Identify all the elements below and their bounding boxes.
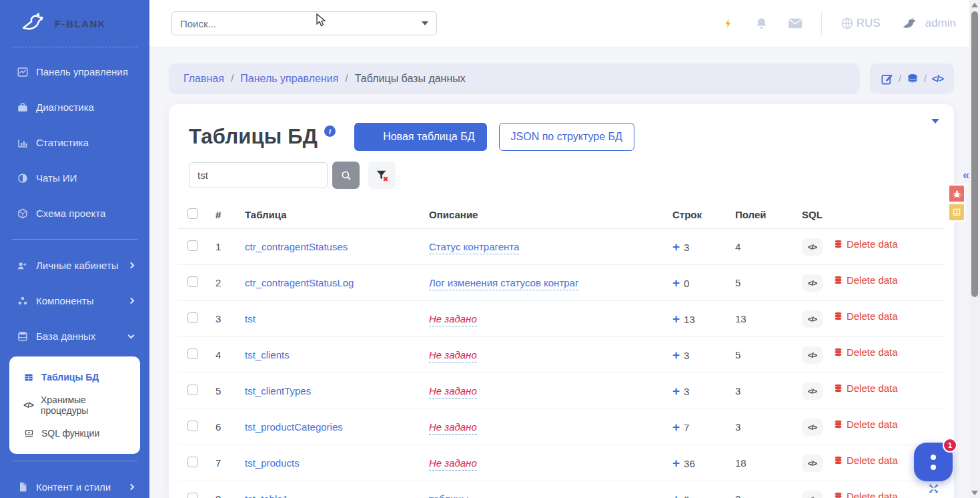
scrollbar-thumb[interactable] [971, 11, 978, 297]
table-name-link[interactable]: tst_clients [245, 349, 290, 360]
logo[interactable]: F-BLANK [0, 0, 149, 47]
sidebar-item-content-styles[interactable]: Контент и стили [0, 469, 149, 498]
sidebar-item-diagnostics[interactable]: Диагностика [0, 89, 149, 125]
row-checkbox[interactable] [187, 421, 198, 431]
scroll-up-arrow[interactable] [971, 3, 978, 7]
sidebar-item-stored-procedures[interactable]: </> Хранимые процедуры [20, 389, 133, 422]
table-row: 6tst_productCategoriesНе задано+73</>Del… [178, 409, 945, 445]
scroll-down-arrow[interactable] [971, 491, 978, 495]
rows-count: 36 [684, 458, 695, 469]
table-name-link[interactable]: tst_table1 [245, 493, 288, 498]
add-row-icon[interactable]: + [672, 384, 680, 398]
description-link[interactable]: Не задано [429, 313, 477, 326]
delete-data-link[interactable]: Delete data [833, 419, 898, 430]
row-number: 4 [214, 349, 243, 360]
table-name-link[interactable]: tst_productCategories [245, 421, 343, 433]
sidebar-item-personal-accounts[interactable]: Личные кабинеты [0, 248, 149, 283]
sql-code-button[interactable]: </> [802, 310, 823, 328]
code-icon[interactable]: </> [932, 73, 943, 84]
assistant-chat-button[interactable]: 1 [914, 443, 953, 481]
info-icon[interactable]: i [324, 126, 336, 137]
add-row-icon[interactable]: + [672, 456, 680, 470]
sidebar-item-database[interactable]: База данных [0, 318, 149, 354]
new-table-button[interactable]: + Новая таблица БД [354, 123, 487, 151]
description-link[interactable]: Не задано [429, 421, 477, 435]
messages-envelope-icon[interactable] [788, 16, 803, 31]
delete-data-link[interactable]: Delete data [833, 383, 898, 394]
table-filter-input[interactable] [189, 162, 328, 188]
delete-data-link[interactable]: Delete data [833, 274, 898, 286]
table-name-link[interactable]: ctr_contragentStatusLog [245, 277, 354, 288]
table-row: 3tstНе задано+1313</>Delete data [178, 301, 945, 337]
description-link[interactable]: Не задано [429, 457, 477, 471]
description-link[interactable]: Не задано [429, 349, 477, 362]
global-search-select[interactable]: Поиск... [171, 11, 437, 35]
row-checkbox[interactable] [187, 312, 198, 323]
search-button[interactable] [332, 162, 360, 189]
collapse-card-caret-icon[interactable] [931, 119, 939, 123]
description-link[interactable]: Лог изменения статусов контраг [429, 277, 578, 290]
add-row-icon[interactable]: + [672, 240, 680, 254]
sidebar-item-ai-chats[interactable]: Чаты ИИ [0, 160, 149, 196]
sql-code-button[interactable]: </> [802, 419, 823, 436]
sidebar-item-db-tables[interactable]: Таблицы БД [20, 366, 133, 389]
sql-code-button[interactable]: </> [802, 491, 823, 498]
sidebar-item-components[interactable]: Компоненты [0, 283, 149, 318]
table-row: 1ctr_contragentStatusesСтатус контрагент… [178, 229, 945, 265]
activity-lightning-icon[interactable] [721, 16, 736, 31]
collapse-panel-icon[interactable]: « [963, 168, 968, 182]
sidebar-item-project-schema[interactable]: Схема проекта [0, 196, 149, 231]
debug-bug-icon[interactable] [948, 184, 965, 203]
sidebar-item-statistics[interactable]: Статистика [0, 125, 149, 160]
sql-code-button[interactable]: </> [802, 238, 823, 256]
code-icon: </> [23, 400, 34, 411]
sidebar-item-dashboard[interactable]: Панель управления [0, 54, 149, 89]
breadcrumb-dashboard[interactable]: Панель управления [240, 73, 338, 85]
delete-data-link[interactable]: Delete data [833, 238, 898, 250]
expand-arrows-icon[interactable] [927, 483, 940, 496]
description-link[interactable]: Не задано [429, 385, 477, 399]
table-name-link[interactable]: ctr_contragentStatuses [245, 241, 348, 252]
row-checkbox[interactable] [187, 493, 198, 498]
database-icon[interactable] [907, 73, 919, 85]
delete-data-link[interactable]: Delete data [833, 491, 898, 498]
sidebar-item-sql-functions[interactable]: SQL функции [20, 422, 133, 445]
chevron-right-icon [128, 484, 135, 491]
table-name-link[interactable]: tst [245, 313, 256, 324]
add-row-icon[interactable]: + [672, 492, 680, 498]
header-table: Таблица [243, 209, 428, 220]
header-sql: SQL [801, 209, 945, 220]
row-checkbox[interactable] [187, 240, 198, 251]
delete-data-link[interactable]: Delete data [833, 310, 898, 322]
breadcrumb-home[interactable]: Главная [183, 73, 224, 85]
console-laptop-icon[interactable] [948, 203, 965, 222]
add-row-icon[interactable]: + [672, 276, 680, 290]
vertical-scrollbar[interactable] [969, 0, 980, 498]
clear-filter-button[interactable] [368, 162, 396, 189]
sql-code-button[interactable]: </> [802, 346, 823, 364]
edit-icon[interactable] [881, 73, 893, 85]
add-row-icon[interactable]: + [672, 312, 680, 326]
row-checkbox[interactable] [187, 276, 198, 287]
row-checkbox[interactable] [187, 348, 198, 359]
delete-data-link[interactable]: Delete data [833, 455, 898, 466]
json-structure-button[interactable]: JSON по структуре БД [499, 123, 634, 151]
row-checkbox[interactable] [187, 385, 198, 395]
language-selector[interactable]: RUS [841, 17, 881, 30]
description-link[interactable]: таблицы ... [429, 493, 480, 498]
table-name-link[interactable]: tst_products [245, 457, 300, 469]
delete-data-link[interactable]: Delete data [833, 346, 898, 358]
database-icon [833, 383, 843, 394]
add-row-icon[interactable]: + [672, 348, 680, 362]
sql-code-button[interactable]: </> [802, 455, 823, 472]
sql-code-button[interactable]: </> [802, 274, 823, 292]
add-row-icon[interactable]: + [672, 420, 680, 434]
sql-code-button[interactable]: </> [802, 383, 823, 400]
notifications-bell-icon[interactable] [755, 16, 769, 31]
table-name-link[interactable]: tst_clientTypes [245, 385, 311, 397]
user-menu[interactable]: admin [899, 15, 956, 33]
row-checkbox[interactable] [187, 457, 198, 467]
select-all-checkbox[interactable] [187, 208, 198, 219]
chevron-right-icon [128, 262, 135, 269]
description-link[interactable]: Статус контрагента [429, 241, 519, 254]
